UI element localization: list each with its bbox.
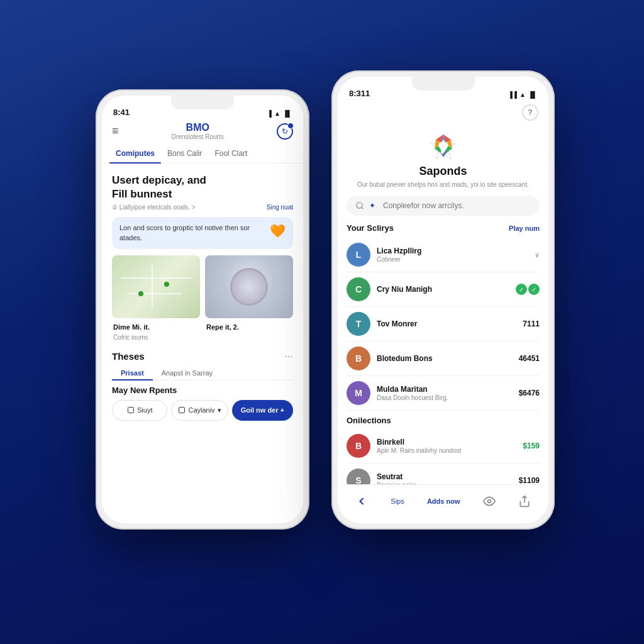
contact-name-4: Blotedum Bons — [377, 354, 519, 363]
phone2-time: 8:311 — [349, 89, 370, 98]
tab-comiputes[interactable]: Comiputes — [109, 144, 161, 163]
svg-rect-0 — [128, 408, 133, 413]
refresh-icon[interactable]: ↻ — [277, 123, 293, 140]
nav-share-icon[interactable] — [518, 495, 531, 508]
nav-back-button[interactable] — [355, 495, 368, 508]
contact-amount-5: $6476 — [519, 389, 540, 397]
contact-item-3: T Tov Monrer 7111 — [347, 307, 540, 341]
heart-icon: 🧡 — [270, 223, 286, 238]
phone1-nav-title: BMO Drensiotest Rourts — [172, 122, 224, 140]
phone1-notch — [171, 96, 234, 109]
coll-name-1: Binrkell — [377, 438, 523, 447]
info-card-text: Lon and scors to groptic tol notive then… — [119, 223, 265, 243]
phone2-notch — [412, 77, 475, 91]
contact-item-5: M Mulda Maritan Dasa Dooin hocuest Birg.… — [347, 376, 540, 411]
siuyt-button[interactable]: Siuyt — [112, 400, 167, 421]
nav-adds-now[interactable]: Adds now — [427, 497, 460, 505]
wifi-icon2: ▲ — [519, 91, 526, 98]
wifi-icon: ▲ — [274, 110, 280, 117]
phones-container: 8:41 ▐ ▲ ▐▌ ≡ BMO Drensiotest Rourts ↻ — [77, 52, 567, 592]
logo-subtitle: Our bubal pnever shelps hns and mads, yo… — [338, 180, 548, 189]
avatar-blotedum: B — [347, 347, 370, 370]
coll-info-1: Binrkell Apiir M. Rairs inalivhy nundost — [377, 438, 523, 454]
battery-icon: ▐▌ — [283, 110, 292, 117]
theses-title: Theses — [112, 351, 145, 362]
coll-sub-1: Apiir M. Rairs inalivhy nundost — [377, 447, 523, 454]
your-section: Your Sclirys Play num L Lica Hzpllirg Co… — [338, 223, 548, 411]
phone1-time: 8:41 — [113, 108, 130, 117]
goil-button[interactable]: Goil nw der + — [232, 400, 293, 421]
sub-tab-prisast[interactable]: Prisast — [112, 366, 153, 380]
phone2-status-icons: ▐▐ ▲ ▐▌ — [508, 91, 537, 98]
img2-label: Repe it, 2. — [205, 323, 293, 342]
contact-action-1[interactable]: ∨ — [535, 251, 540, 259]
image-labels: Dime Mi. it. Cofric ioums Repe it, 2. — [112, 323, 293, 342]
coll-amount-2: $1109 — [519, 476, 540, 485]
avatar-mulda: M — [347, 381, 370, 405]
hero-sub-link[interactable]: Sing nuat — [267, 204, 293, 211]
check-1: ✓ — [516, 284, 527, 295]
contact-item-4: B Blotedum Bons 46451 — [347, 341, 540, 376]
app-subtitle: Drensiotest Rourts — [172, 133, 224, 140]
help-icon[interactable]: ? — [522, 104, 538, 121]
contact-info-1: Lica Hzpllirg Cotineer — [377, 247, 535, 263]
contact-info-2: Cry Niu Manigh — [377, 285, 516, 294]
your-section-title: Your Sclirys — [347, 223, 394, 233]
saponds-logo-icon — [428, 131, 458, 161]
more-dots-icon[interactable]: ··· — [285, 351, 293, 362]
check-2: ✓ — [528, 284, 540, 295]
double-check-icon: ✓ ✓ — [516, 284, 540, 295]
hero-section: Usert depicay, andFill bunnest ② Liallyi… — [102, 170, 303, 432]
phone1-tabs: Comiputes Bons Calir Fool Clart — [102, 144, 303, 164]
phone2-screen: 8:311 ▐▐ ▲ ▐▌ ? — [338, 77, 548, 523]
search-bar[interactable]: ✦ — [347, 196, 540, 216]
phone-2: 8:311 ▐▐ ▲ ▐▌ ? — [331, 70, 555, 530]
phone1-navbar: ≡ BMO Drensiotest Rourts ↻ — [102, 119, 303, 144]
caylaniv-button[interactable]: Caylaniv ▾ — [171, 400, 228, 421]
img1-label: Dime Mi. it. Cofric ioums — [112, 323, 200, 342]
tab-bons[interactable]: Bons Calir — [161, 144, 208, 163]
contact-sub-5: Dasa Dooin hocuest Birg. — [377, 394, 519, 401]
svg-point-14 — [487, 499, 491, 502]
svg-point-12 — [357, 203, 362, 208]
contact-name-1: Lica Hzpllirg — [377, 247, 535, 255]
app-title: BMO — [172, 122, 224, 133]
contact-sub-1: Cotineer — [377, 256, 535, 263]
action-buttons: Siuyt Caylaniv ▾ Goil nw der + — [112, 400, 293, 427]
theses-section-header: Theses ··· — [112, 348, 293, 366]
phone1-screen: 8:41 ▐ ▲ ▐▌ ≡ BMO Drensiotest Rourts ↻ — [102, 96, 303, 523]
tab-fool[interactable]: Fool Clart — [208, 144, 253, 163]
phone2-header: ? — [338, 101, 548, 127]
play-button[interactable]: Play num — [509, 225, 540, 232]
may-title: May New Rpents — [112, 386, 293, 395]
avatar-tov: T — [347, 312, 370, 336]
sub-tab-anapst[interactable]: Anapst in Sarray — [153, 366, 221, 380]
device-thumbnail — [205, 255, 293, 318]
svg-marker-7 — [443, 150, 446, 157]
search-input[interactable] — [383, 201, 531, 210]
coll-item-1: B Binrkell Apiir M. Rairs inalivhy nundo… — [347, 429, 540, 464]
logo-title: Saponds — [419, 165, 467, 178]
contact-info-5: Mulda Maritan Dasa Dooin hocuest Birg. — [377, 385, 519, 401]
svg-line-13 — [362, 208, 364, 209]
avatar-cry: C — [347, 277, 370, 301]
contact-name-2: Cry Niu Manigh — [377, 285, 516, 294]
avatar-lica: L — [347, 243, 370, 267]
signal-icon2: ▐▐ — [508, 91, 517, 98]
nav-sips[interactable]: Sips — [391, 497, 404, 505]
map-thumbnail — [112, 255, 200, 318]
hero-sub-left: ② Liallyipoe elecicals onals. > — [112, 204, 196, 211]
bottom-nav: Sips Adds now — [344, 484, 542, 517]
coll-name-2: Seutrat — [377, 472, 519, 481]
info-card: Lon and scors to groptic tol notive then… — [112, 217, 293, 249]
your-section-header: Your Sclirys Play num — [347, 223, 540, 233]
contact-item-1: L Lica Hzpllirg Cotineer ∨ — [347, 238, 540, 272]
hero-sub: ② Liallyipoe elecicals onals. > Sing nua… — [112, 204, 293, 211]
hamburger-icon[interactable]: ≡ — [112, 125, 119, 138]
battery-icon2: ▐▌ — [528, 91, 537, 98]
collections-title: Onilections — [347, 416, 540, 425]
avatar-binrkell: B — [347, 434, 370, 458]
contact-name-5: Mulda Maritan — [377, 385, 519, 394]
nav-eye-icon[interactable] — [483, 495, 496, 508]
contact-info-3: Tov Monrer — [377, 319, 523, 328]
